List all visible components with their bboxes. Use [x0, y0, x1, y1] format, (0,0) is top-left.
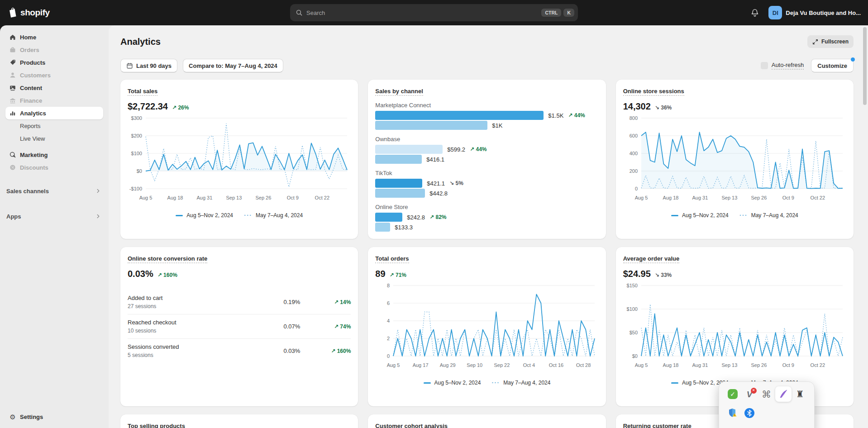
channel-delta: 44% — [568, 112, 585, 119]
auto-refresh-toggle[interactable]: Auto-refresh — [761, 62, 804, 70]
returning-customer-rate-title[interactable]: Returning customer rate — [623, 423, 692, 428]
svg-text:Aug 17: Aug 17 — [413, 362, 429, 368]
current-period-swatch — [176, 215, 183, 216]
notifications-button[interactable] — [749, 6, 761, 19]
previous-period-swatch — [491, 380, 500, 385]
svg-text:Sep 22: Sep 22 — [494, 362, 510, 368]
scrollbar[interactable] — [863, 27, 867, 426]
channel-bar-row-current: $599.244% — [375, 145, 598, 154]
extension-knot-icon[interactable]: ⌘ — [758, 386, 774, 402]
sidebar-item-label: Finance — [20, 97, 42, 104]
svg-text:$0: $0 — [632, 353, 637, 359]
sidebar-item-label: Analytics — [20, 110, 46, 117]
store-menu[interactable]: DI Deja Vu Boutique and Ho... — [768, 6, 861, 19]
filter-bar-right: Auto-refresh Customize — [761, 59, 854, 72]
current-period-bar[interactable] — [375, 213, 402, 222]
security-shield-warning-icon[interactable]: ! — [725, 405, 741, 421]
scrollbar-thumb[interactable] — [863, 27, 867, 105]
fullscreen-button[interactable]: Fullscreen — [807, 35, 854, 48]
total-orders-delta: 71% — [390, 272, 406, 278]
channel-tiktok: TikTok$421.15%$442.8 — [375, 170, 598, 198]
svg-text:$300: $300 — [131, 115, 142, 121]
previous-period-bar[interactable] — [375, 155, 422, 164]
sidebar-item-settings[interactable]: ⚙ Settings — [5, 410, 103, 423]
previous-period-bar[interactable] — [375, 223, 390, 232]
svg-text:Oct 4: Oct 4 — [523, 362, 535, 368]
shopify-logo[interactable]: shopify — [7, 7, 50, 19]
svg-text:400: 400 — [629, 151, 637, 156]
svg-text:$50: $50 — [629, 330, 637, 335]
v-app-error-icon[interactable]: V✕ — [741, 386, 758, 402]
current-period-bar[interactable] — [375, 145, 443, 154]
bell-icon — [750, 8, 759, 17]
svg-text:Oct 22: Oct 22 — [810, 195, 825, 200]
date-range-button[interactable]: Last 90 days — [120, 59, 177, 72]
customize-button[interactable]: Customize — [811, 59, 854, 72]
funnel-step: Sessions converted5 sessions — [128, 343, 179, 358]
compare-button[interactable]: Compare to: May 7–Aug 4, 2024 — [183, 59, 283, 72]
funnel-row-added-to-cart: Added to cart27 sessions0.19%14% — [128, 290, 351, 314]
total-orders-chart: 86420Aug 5Aug 17Aug 29Sep 10Sep 22Oct 4O… — [375, 282, 599, 378]
current-period-bar[interactable] — [375, 111, 544, 120]
average-order-value-title[interactable]: Average order value — [623, 255, 680, 263]
legend-current-label: Aug 5–Nov 2, 2024 — [186, 212, 233, 219]
conversion-rate-title[interactable]: Online store conversion rate — [128, 255, 207, 263]
svg-text:800: 800 — [629, 115, 637, 121]
sidebar-item-products[interactable]: Products — [5, 56, 103, 69]
previous-period-bar[interactable] — [375, 189, 425, 198]
previous-period-swatch — [244, 213, 252, 218]
bar-value: $1K — [492, 122, 502, 129]
sidebar-item-analytics[interactable]: Analytics — [5, 107, 103, 119]
sales-by-channel-title[interactable]: Sales by channel — [375, 88, 423, 96]
search-shortcut: CTRL K — [541, 9, 574, 17]
sidebar-item-content[interactable]: Content — [5, 81, 103, 94]
conversion-rate-value: 0.03% — [128, 269, 153, 279]
svg-text:Aug 5: Aug 5 — [634, 362, 648, 368]
top-selling-products-title[interactable]: Top selling products — [128, 423, 185, 428]
svg-text:600: 600 — [629, 133, 637, 138]
filter-bar: Last 90 days Compare to: May 7–Aug 4, 20… — [120, 59, 854, 72]
auto-refresh-checkbox[interactable] — [761, 62, 768, 69]
svg-text:$100: $100 — [131, 151, 142, 156]
svg-text:Aug 31: Aug 31 — [692, 195, 708, 200]
svg-text:Sep 26: Sep 26 — [255, 195, 271, 200]
expand-icon — [812, 39, 818, 45]
topbar: shopify Search CTRL K DI Deja Vu Boutiqu… — [0, 0, 868, 25]
total-sales-value: $2,722.34 — [128, 101, 168, 112]
search-icon — [296, 9, 303, 16]
sidebar-section-apps[interactable]: Apps — [6, 211, 101, 222]
average-order-value-chart: $150$100$50$0Aug 5Aug 18Aug 31Sep 13Sep … — [623, 282, 847, 378]
legend-current-label: Aug 5–Nov 2, 2024 — [434, 380, 481, 386]
sidebar-item-live-view[interactable]: Live View — [5, 132, 103, 145]
svg-text:Sep 13: Sep 13 — [226, 195, 242, 200]
tower-icon[interactable]: ♜ — [792, 386, 808, 402]
topbar-right: DI Deja Vu Boutique and Ho... — [749, 6, 861, 19]
channel-name: Ownbase — [375, 136, 598, 143]
sidebar-item-orders: Orders — [5, 43, 103, 56]
average-order-value-value: $24.95 — [623, 269, 651, 279]
channel-name: Marketplace Connect — [375, 102, 598, 109]
conversion-rate-card: Online store conversion rate 0.03% 160% … — [120, 247, 358, 406]
channel-bar-row-previous: $1K — [375, 121, 598, 130]
sidebar-section-sales-channels[interactable]: Sales channels — [6, 185, 101, 196]
sidebar-item-marketing[interactable]: Marketing — [5, 148, 103, 161]
sidebar-item-label: Products — [20, 59, 45, 66]
customer-cohort-analysis-title[interactable]: Customer cohort analysis — [375, 423, 448, 428]
current-period-bar[interactable] — [375, 179, 422, 188]
sessions-title[interactable]: Online store sessions — [623, 88, 684, 96]
total-sales-title[interactable]: Total sales — [128, 88, 157, 96]
funnel-row-sessions-converted: Sessions converted5 sessions0.03%160% — [128, 338, 351, 363]
sidebar-item-home[interactable]: Home — [5, 31, 103, 43]
svg-text:Aug 18: Aug 18 — [167, 195, 183, 200]
previous-period-bar[interactable] — [375, 121, 487, 130]
search-input[interactable]: Search CTRL K — [290, 4, 578, 21]
checkmark-green-icon[interactable]: ✓ — [725, 386, 741, 402]
channel-delta: 44% — [470, 146, 486, 152]
bluetooth-icon[interactable] — [741, 405, 758, 421]
sessions-card: Online store sessions 14,302 36% 8006004… — [616, 80, 854, 239]
sidebar-item-reports[interactable]: Reports — [5, 119, 103, 132]
total-orders-value: 89 — [375, 269, 385, 279]
total-orders-title[interactable]: Total orders — [375, 255, 409, 263]
feather-pen-icon[interactable] — [775, 386, 792, 402]
funnel-step-label: Added to cart — [128, 295, 162, 301]
